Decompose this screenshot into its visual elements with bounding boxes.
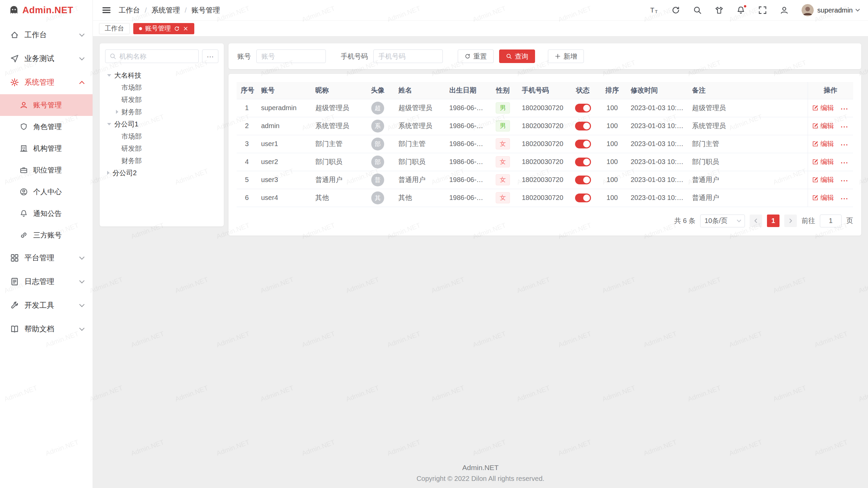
table-header-row: 序号 账号 昵称 头像 姓名 出生日期 性别 手机号码 状态 排序 修改时间 xyxy=(237,82,853,99)
sidebar-item-third-party-account[interactable]: 三方账号 xyxy=(0,224,93,246)
breadcrumb-item[interactable]: 系统管理 xyxy=(152,5,180,15)
status-toggle[interactable] xyxy=(575,158,591,166)
tab-workbench[interactable]: 工作台 xyxy=(99,23,130,34)
cell-actions: 编辑··· xyxy=(808,189,853,207)
row-more-button[interactable]: ··· xyxy=(841,195,849,202)
cell-remark: 系统管理员 xyxy=(688,117,808,135)
tree-node[interactable]: 分公司2 xyxy=(105,167,218,179)
chevron-down-icon xyxy=(79,326,85,331)
search-button[interactable]: 查询 xyxy=(499,49,535,63)
edit-button[interactable]: 编辑 xyxy=(812,157,834,166)
phone-filter-input[interactable] xyxy=(373,49,443,63)
cell-nickname: 普通用户 xyxy=(311,171,361,189)
org-tree: 大名科技 市场部 研发部 财务部 分公司1 市场部 研发部 财务部 分公司2 xyxy=(105,69,218,179)
sidebar-item-role-mgmt[interactable]: 角色管理 xyxy=(0,116,93,138)
next-page-button[interactable] xyxy=(784,215,797,227)
breadcrumb-item[interactable]: 工作台 xyxy=(119,5,140,15)
tree-node[interactable]: 市场部 xyxy=(105,130,218,142)
tree-node[interactable]: 分公司1 xyxy=(105,118,218,130)
sidebar-item-business-test[interactable]: 业务测试 xyxy=(0,47,93,70)
goto-page-input[interactable] xyxy=(820,215,842,227)
sidebar-item-help-docs[interactable]: 帮助文档 xyxy=(0,317,93,341)
edit-button[interactable]: 编辑 xyxy=(812,121,834,130)
tab-label: 账号管理 xyxy=(145,24,171,33)
edit-button[interactable]: 编辑 xyxy=(812,103,834,113)
chevron-down-icon xyxy=(79,32,85,37)
edit-button[interactable]: 编辑 xyxy=(812,175,834,184)
user-menu[interactable]: superadmin xyxy=(802,4,859,16)
skin-icon[interactable] xyxy=(715,6,724,15)
breadcrumb-item[interactable]: 账号管理 xyxy=(192,5,220,15)
font-size-icon[interactable]: TT xyxy=(650,6,658,15)
shield-icon xyxy=(20,123,28,131)
org-search-input[interactable] xyxy=(119,53,194,60)
tree-node[interactable]: 大名科技 xyxy=(105,69,218,81)
sidebar-item-log-mgmt[interactable]: 日志管理 xyxy=(0,270,93,293)
page-size-select[interactable]: 10条/页 xyxy=(700,215,745,227)
row-more-button[interactable]: ··· xyxy=(841,159,849,166)
tree-node[interactable]: 财务部 xyxy=(105,106,218,118)
bell-icon[interactable] xyxy=(736,6,745,15)
tree-node-label: 研发部 xyxy=(121,95,142,104)
reset-button[interactable]: 重置 xyxy=(458,49,494,63)
menu-toggle-icon[interactable] xyxy=(102,5,111,15)
tree-node-label: 分公司1 xyxy=(114,120,138,129)
edit-button[interactable]: 编辑 xyxy=(812,139,834,148)
tree-more-button[interactable]: ··· xyxy=(202,49,218,63)
sidebar-item-workbench[interactable]: 工作台 xyxy=(0,23,93,47)
reset-icon xyxy=(465,53,471,59)
user-circle-icon xyxy=(20,188,28,196)
tree-node[interactable]: 财务部 xyxy=(105,155,218,167)
cell-birth-date: 1986-06-28 xyxy=(445,153,488,171)
refresh-icon[interactable] xyxy=(671,6,680,15)
status-toggle[interactable] xyxy=(575,140,591,148)
cell-account: user3 xyxy=(257,171,311,189)
status-toggle[interactable] xyxy=(575,194,591,202)
fullscreen-icon[interactable] xyxy=(758,6,767,15)
wrench-icon xyxy=(10,301,19,310)
tab-refresh-icon[interactable] xyxy=(174,26,180,32)
tab-close-icon[interactable] xyxy=(183,26,189,32)
row-more-button[interactable]: ··· xyxy=(841,177,849,184)
cell-phone: 18020030720 xyxy=(518,153,568,171)
add-button[interactable]: 新增 xyxy=(548,49,584,63)
sidebar-item-system-mgmt[interactable]: 系统管理 xyxy=(0,70,93,94)
cell-actions: 编辑··· xyxy=(808,171,853,189)
account-filter-input[interactable] xyxy=(256,49,326,63)
cell-index: 2 xyxy=(237,117,257,135)
prev-page-button[interactable] xyxy=(750,215,762,227)
cell-remark: 部门主管 xyxy=(688,135,808,153)
status-toggle[interactable] xyxy=(575,122,591,130)
tree-node[interactable]: 研发部 xyxy=(105,94,218,106)
plus-icon xyxy=(555,53,561,59)
cell-avatar: 普 xyxy=(361,171,394,189)
sidebar-item-org-mgmt[interactable]: 机构管理 xyxy=(0,138,93,159)
row-more-button[interactable]: ··· xyxy=(841,105,849,113)
tree-node-label: 市场部 xyxy=(121,83,142,92)
cell-status xyxy=(568,99,598,117)
gender-badge: 女 xyxy=(496,138,510,149)
search-icon[interactable] xyxy=(693,6,702,15)
sidebar-item-dev-tools[interactable]: 开发工具 xyxy=(0,293,93,317)
cell-status xyxy=(568,153,598,171)
cell-gender: 女 xyxy=(488,135,518,153)
status-toggle[interactable] xyxy=(575,176,591,184)
status-toggle[interactable] xyxy=(575,104,591,113)
app-root: Admin.NET 工作台 业务测试 系统管理 账号管理 xyxy=(0,0,868,488)
user-icon[interactable] xyxy=(780,6,789,15)
cell-status xyxy=(568,189,598,207)
row-more-button[interactable]: ··· xyxy=(841,123,849,130)
sidebar-item-notice[interactable]: 通知公告 xyxy=(0,203,93,224)
tab-account-mgmt[interactable]: 账号管理 xyxy=(133,23,194,34)
sidebar-item-post-mgmt[interactable]: 职位管理 xyxy=(0,159,93,181)
edit-button[interactable]: 编辑 xyxy=(812,193,834,202)
sidebar-item-platform-mgmt[interactable]: 平台管理 xyxy=(0,246,93,270)
sidebar-item-account-mgmt[interactable]: 账号管理 xyxy=(0,94,93,116)
tree-node[interactable]: 市场部 xyxy=(105,81,218,94)
cell-phone: 18020030720 xyxy=(518,135,568,153)
bell-icon xyxy=(20,209,28,218)
page-number-button[interactable]: 1 xyxy=(767,215,780,227)
tree-node[interactable]: 研发部 xyxy=(105,142,218,155)
row-more-button[interactable]: ··· xyxy=(841,141,849,148)
sidebar-item-personal-center[interactable]: 个人中心 xyxy=(0,181,93,203)
